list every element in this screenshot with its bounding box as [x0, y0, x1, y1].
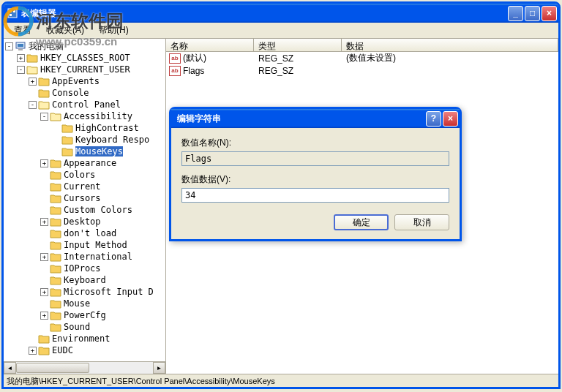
expander[interactable]: + — [40, 218, 48, 226]
tree-label[interactable]: Appearance — [64, 158, 116, 168]
tree-item[interactable]: +International — [5, 251, 164, 263]
ok-button[interactable]: 确定 — [334, 214, 389, 230]
tree-item[interactable]: Sound — [5, 321, 164, 333]
tree-label[interactable]: Keyboard — [64, 275, 106, 285]
minimize-button[interactable]: _ — [508, 6, 523, 21]
tree-item[interactable]: +Appearance — [5, 157, 164, 169]
tree-label[interactable]: HKEY_CURRENT_USER — [40, 64, 130, 75]
expander[interactable]: - — [5, 42, 13, 50]
expander[interactable]: + — [17, 54, 25, 62]
folder-icon — [50, 206, 61, 215]
tree-label[interactable]: Console — [52, 88, 89, 98]
expander[interactable]: - — [17, 66, 25, 74]
tree-item[interactable]: Console — [5, 87, 164, 99]
tree-label[interactable]: Input Method — [64, 240, 127, 250]
folder-icon — [61, 135, 73, 145]
list-row[interactable]: abFlagsREG_SZ — [166, 64, 558, 77]
tree-label[interactable]: Sound — [64, 322, 90, 332]
value-data-input[interactable] — [181, 188, 449, 203]
expander[interactable]: - — [40, 113, 48, 121]
registry-tree[interactable]: -我的电脑+HKEY_CLASSES_ROOT-HKEY_CURRENT_USE… — [4, 39, 165, 374]
expander[interactable]: + — [40, 159, 48, 167]
tree-label[interactable]: Colors — [64, 170, 95, 180]
dialog-help-button[interactable]: ? — [426, 111, 441, 127]
tree-item[interactable]: Environment — [5, 333, 164, 344]
expander[interactable]: + — [40, 288, 48, 296]
tree-label[interactable]: AppEvents — [52, 76, 100, 86]
column-data[interactable]: 数据 — [342, 39, 558, 51]
expander[interactable]: + — [40, 253, 48, 261]
tree-label[interactable]: Microsoft Input D — [64, 287, 154, 297]
tree-item[interactable]: Mouse — [5, 298, 164, 309]
tree-label[interactable]: Current — [64, 181, 101, 192]
tree-label[interactable]: Keyboard Respo — [75, 135, 149, 145]
value-name: (默认) — [183, 52, 206, 64]
tree-item[interactable]: HighContrast — [5, 122, 164, 134]
maximize-button[interactable]: □ — [525, 6, 540, 21]
scroll-right-button[interactable]: ► — [153, 362, 165, 374]
tree-item[interactable]: Custom Colors — [5, 204, 164, 216]
tree-label[interactable]: MouseKeys — [75, 146, 123, 157]
tree-label[interactable]: Custom Colors — [64, 205, 132, 215]
svg-rect-1 — [10, 10, 12, 12]
tree-item[interactable]: MouseKeys — [5, 146, 164, 157]
column-name[interactable]: 名称 — [166, 39, 254, 51]
tree-item[interactable]: +PowerCfg — [5, 309, 164, 321]
scroll-track[interactable] — [16, 362, 153, 374]
tree-label[interactable]: Cursors — [64, 193, 101, 203]
expander-placeholder — [40, 183, 48, 191]
close-button[interactable]: × — [542, 6, 557, 21]
expander-placeholder — [29, 335, 37, 343]
scroll-thumb[interactable] — [16, 363, 89, 373]
tree-item[interactable]: +Desktop — [5, 216, 164, 227]
dialog-titlebar[interactable]: 编辑字符串 ? × — [171, 109, 460, 128]
tree-label[interactable]: Control Panel — [52, 99, 121, 110]
expander[interactable]: - — [29, 101, 37, 109]
tree-label[interactable]: IOProcs — [64, 263, 101, 274]
tree-item[interactable]: Cursors — [5, 192, 164, 204]
column-type[interactable]: 类型 — [254, 39, 342, 51]
horizontal-scrollbar[interactable]: ◄ ► — [4, 361, 165, 374]
tree-item[interactable]: +EUDC — [5, 344, 164, 356]
tree-label[interactable]: HighContrast — [75, 123, 139, 133]
tree-item[interactable]: Keyboard — [5, 274, 164, 286]
value-name-input[interactable] — [181, 151, 449, 166]
tree-label[interactable]: Accessibility — [64, 111, 132, 121]
tree-item[interactable]: Input Method — [5, 239, 164, 251]
tree-label[interactable]: don't load — [64, 228, 116, 238]
tree-item[interactable]: -HKEY_CURRENT_USER — [5, 64, 164, 75]
tree-item[interactable]: Colors — [5, 169, 164, 181]
tree-item[interactable]: Current — [5, 181, 164, 192]
tree-item[interactable]: +Microsoft Input D — [5, 286, 164, 298]
tree-label[interactable]: PowerCfg — [64, 310, 106, 320]
tree-item[interactable]: Keyboard Respo — [5, 134, 164, 146]
tree-label[interactable]: HKEY_CLASSES_ROOT — [40, 53, 130, 63]
tree-label[interactable]: Mouse — [64, 298, 90, 309]
tree-item[interactable]: -Control Panel — [5, 99, 164, 110]
tree-root-label[interactable]: 我的电脑 — [29, 40, 64, 53]
tree-label[interactable]: International — [64, 252, 132, 262]
tree-label[interactable]: Desktop — [64, 216, 101, 227]
tree-label[interactable]: Environment — [52, 333, 110, 344]
list-header[interactable]: 名称 类型 数据 — [166, 39, 558, 52]
list-row[interactable]: ab(默认)REG_SZ(数值未设置) — [166, 52, 558, 64]
cancel-button[interactable]: 取消 — [394, 214, 449, 230]
scroll-left-button[interactable]: ◄ — [4, 362, 16, 374]
tree-item[interactable]: +HKEY_CLASSES_ROOT — [5, 52, 164, 64]
expander[interactable]: + — [40, 312, 48, 320]
menu-view[interactable]: 查看 — [8, 23, 37, 38]
expander[interactable]: + — [29, 347, 37, 355]
list-body[interactable]: ab(默认)REG_SZ(数值未设置)abFlagsREG_SZ — [166, 52, 558, 77]
dialog-title: 编辑字符串 — [174, 113, 426, 125]
folder-icon — [38, 334, 50, 344]
expander[interactable]: + — [29, 78, 37, 86]
tree-item[interactable]: IOProcs — [5, 263, 164, 274]
tree-item[interactable]: +AppEvents — [5, 75, 164, 87]
tree-item[interactable]: -Accessibility — [5, 110, 164, 122]
menu-favorites[interactable]: 收藏夹(A) — [40, 23, 90, 38]
titlebar[interactable]: 表编辑器 _ □ × — [4, 4, 558, 23]
menu-help[interactable]: 帮助(H) — [93, 23, 135, 38]
dialog-close-button[interactable]: × — [443, 111, 458, 127]
tree-item[interactable]: don't load — [5, 227, 164, 239]
tree-label[interactable]: EUDC — [52, 345, 73, 355]
